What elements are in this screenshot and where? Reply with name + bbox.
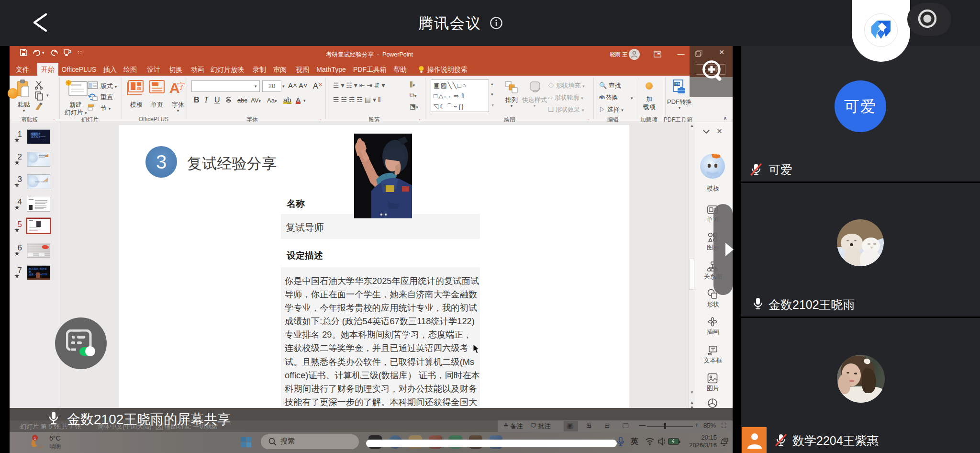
svg-text:PDF: PDF <box>675 82 681 86</box>
